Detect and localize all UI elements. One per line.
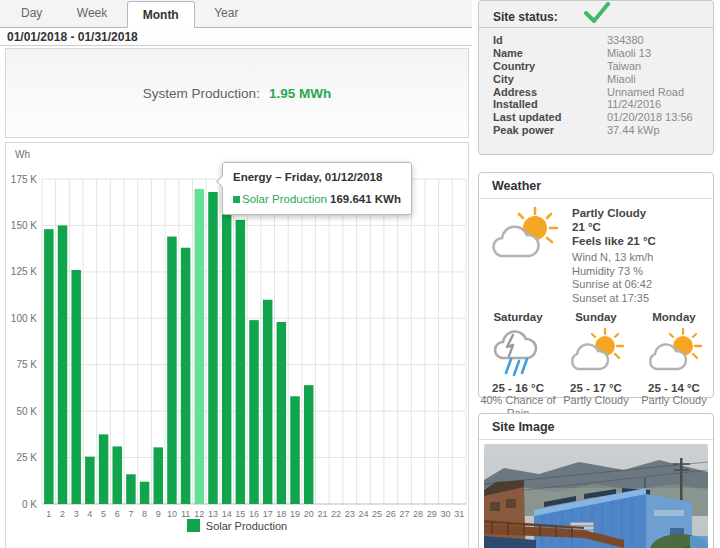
- status-row-address: AddressUnnamed Road: [493, 86, 699, 99]
- y-axis-unit-label: Wh: [15, 149, 30, 160]
- weather-temp: 21 °C: [572, 220, 656, 234]
- svg-text:21: 21: [317, 509, 327, 519]
- svg-text:175 K: 175 K: [11, 174, 37, 185]
- svg-text:11: 11: [181, 509, 190, 519]
- bar-day-3[interactable]: [71, 270, 81, 504]
- svg-text:6: 6: [115, 509, 120, 519]
- svg-text:23: 23: [345, 509, 355, 519]
- site-image-title: Site Image: [479, 414, 713, 440]
- tooltip-value: 169.641 KWh: [330, 193, 401, 205]
- bar-day-8[interactable]: [140, 482, 150, 504]
- site-status-card: Site status: Id334380 NameMiaoli 13 Coun…: [478, 0, 714, 155]
- svg-text:10: 10: [167, 509, 177, 519]
- weather-wind: Wind N, 13 km/h: [572, 251, 656, 265]
- svg-text:7: 7: [128, 509, 133, 519]
- svg-text:14: 14: [222, 509, 232, 519]
- bar-day-7[interactable]: [126, 474, 135, 504]
- x-axis-labels: 1234567891011121314151617181920212223242…: [46, 509, 464, 519]
- tab-day[interactable]: Day: [6, 0, 57, 27]
- bar-day-19[interactable]: [290, 396, 300, 504]
- system-production-label: System Production:: [143, 86, 260, 101]
- site-image-card: Site Image: [478, 413, 714, 548]
- svg-text:18: 18: [276, 509, 286, 519]
- chart-legend: Solar Production: [6, 519, 468, 532]
- svg-text:100 K: 100 K: [11, 313, 37, 324]
- status-row-last-updated: Last updated01/20/2018 13:56: [493, 111, 699, 124]
- svg-text:22: 22: [331, 509, 341, 519]
- forecast-sunday: Sunday 25 - 17 °C Partly Cloudy: [557, 311, 635, 419]
- bar-day-17[interactable]: [263, 300, 273, 504]
- svg-text:0 K: 0 K: [22, 499, 37, 510]
- bar-day-4[interactable]: [85, 457, 95, 504]
- svg-text:50 K: 50 K: [16, 406, 37, 417]
- svg-text:75 K: 75 K: [16, 359, 37, 370]
- bar-day-5[interactable]: [99, 434, 109, 504]
- status-row-name: NameMiaoli 13: [493, 47, 699, 60]
- bar-day-13[interactable]: [208, 192, 218, 504]
- system-production-summary: System Production: 1.95 MWh: [5, 48, 469, 138]
- svg-text:28: 28: [413, 509, 423, 519]
- status-ok-check-icon: [583, 2, 611, 26]
- bar-day-6[interactable]: [112, 446, 122, 504]
- svg-text:12: 12: [194, 509, 204, 519]
- svg-text:20: 20: [304, 509, 314, 519]
- svg-text:5: 5: [101, 509, 106, 519]
- svg-text:2: 2: [60, 509, 65, 519]
- bar-chart[interactable]: 175 K150 K125 K100 K75 K50 K25 K0 K12345…: [8, 173, 468, 523]
- weather-condition: Partly Cloudy: [572, 206, 656, 220]
- svg-text:30: 30: [440, 509, 450, 519]
- bar-day-14[interactable]: [222, 214, 232, 504]
- weather-sunset: Sunset at 17:35: [572, 292, 656, 306]
- bar-day-1[interactable]: [44, 229, 54, 504]
- partly-cloudy-icon: [491, 206, 559, 264]
- bar-day-18[interactable]: [277, 322, 287, 504]
- date-range: 01/01/2018 - 01/31/2018: [0, 29, 472, 46]
- partly-cloudy-icon: [645, 325, 703, 377]
- status-row-country: CountryTaiwan: [493, 60, 699, 73]
- svg-text:19: 19: [290, 509, 300, 519]
- site-photo: [484, 444, 708, 548]
- tab-month[interactable]: Month: [127, 1, 195, 28]
- bar-day-11[interactable]: [181, 248, 191, 504]
- system-production-value: 1.95 MWh: [269, 86, 331, 101]
- tab-week[interactable]: Week: [62, 0, 122, 27]
- period-tabs: Day Week Month Year: [0, 0, 472, 28]
- svg-text:13: 13: [208, 509, 218, 519]
- svg-text:24: 24: [358, 509, 368, 519]
- svg-text:27: 27: [399, 509, 409, 519]
- svg-text:17: 17: [263, 509, 273, 519]
- bar-day-15[interactable]: [236, 220, 246, 504]
- svg-text:9: 9: [156, 509, 161, 519]
- bar-day-12[interactable]: [195, 189, 205, 504]
- legend-swatch-icon: [187, 519, 200, 532]
- bar-day-2[interactable]: [58, 225, 68, 504]
- tooltip-title: Energy – Friday, 01/12/2018: [223, 163, 411, 193]
- site-status-title: Site status:: [493, 10, 558, 24]
- weather-title: Weather: [479, 173, 713, 199]
- forecast-saturday: Saturday 25 - 16 °C 40% Chance of Rain: [479, 311, 557, 419]
- status-row-city: CityMiaoli: [493, 73, 699, 86]
- svg-text:25: 25: [372, 509, 382, 519]
- bar-day-20[interactable]: [304, 385, 314, 504]
- svg-text:29: 29: [427, 509, 437, 519]
- bar-day-10[interactable]: [167, 237, 177, 504]
- partly-cloudy-icon: [567, 325, 625, 377]
- status-row-id: Id334380: [493, 34, 699, 47]
- forecast-monday: Monday 25 - 14 °C Partly Cloudy: [635, 311, 713, 419]
- svg-text:16: 16: [249, 509, 259, 519]
- tab-year[interactable]: Year: [199, 0, 253, 27]
- chart-tooltip: Energy – Friday, 01/12/2018 Solar Produc…: [222, 162, 412, 215]
- weather-card: Weather Partly Cloudy 21 °C Feels like 2…: [478, 172, 714, 398]
- bar-day-9[interactable]: [154, 447, 164, 504]
- svg-text:3: 3: [74, 509, 79, 519]
- bar-day-16[interactable]: [249, 320, 259, 504]
- svg-text:8: 8: [142, 509, 147, 519]
- svg-text:1: 1: [46, 509, 51, 519]
- svg-text:150 K: 150 K: [11, 220, 37, 231]
- series-swatch-icon: [233, 196, 240, 203]
- svg-text:125 K: 125 K: [11, 266, 37, 277]
- weather-feels-like: Feels like 21 °C: [572, 234, 656, 248]
- tooltip-series: Solar Production: [233, 193, 327, 205]
- status-row-installed: Installed11/24/2016: [493, 98, 699, 111]
- legend-label: Solar Production: [206, 520, 287, 532]
